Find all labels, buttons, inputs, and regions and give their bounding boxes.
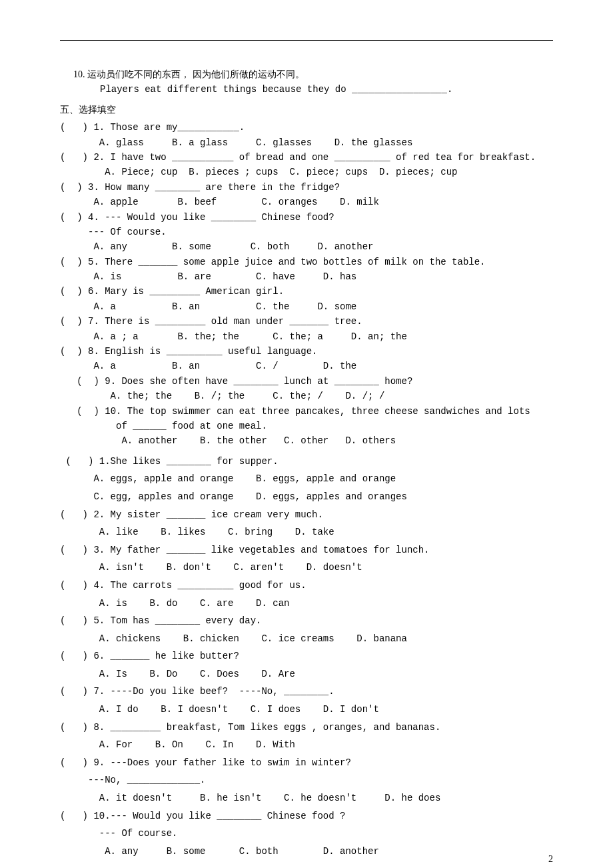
set-a: ( ) 1. Those are my___________. A. glass… [60,120,553,449]
q10-num: 10. [73,69,85,79]
a4-q: ( ) 4. --- Would you like ________ Chine… [60,210,553,225]
a4-opts: A. any B. some C. both D. another [60,239,553,254]
a1-q: ( ) 1. Those are my___________. [60,120,553,135]
b10-q2: --- Of course. [60,825,553,843]
page-number: 2 [548,852,553,867]
section-5-title: 五、选择填空 [60,103,553,117]
a7-opts: A. a ; a B. the; the C. the; a D. an; th… [60,329,553,344]
b8-opts: A. For B. On C. In D. With [60,736,553,754]
b5-q: ( ) 5. Tom has ________ every day. [60,612,553,630]
a8-opts: A. a B. an C. / D. the [60,359,553,373]
q10-en: Players eat different things because the… [73,82,553,97]
a2-opts: A. Piece; cup B. pieces ; cups C. piece;… [60,165,553,179]
a5-q: ( ) 5. There _______ some apple juice an… [60,255,553,269]
b3-opts: A. isn't B. don't C. aren't D. doesn't [60,559,553,577]
b5-opts: A. chickens B. chicken C. ice creams D. … [60,630,553,648]
b1-opts1: A. eggs, apple and orange B. eggs, apple… [60,470,553,488]
b9-q2: ---No, _____________. [60,771,553,789]
a5-opts: A. is B. are C. have D. has [60,269,553,284]
b7-opts: A. I do B. I doesn't C. I does D. I don'… [60,701,553,719]
a9-q: ( ) 9. Does she often have ________ lunc… [60,374,553,389]
a3-q: ( ) 3. How many ________ are there in th… [60,180,553,195]
a3-opts: A. apple B. beef C. oranges D. milk [60,195,553,209]
a10-q2: of ______ food at one meal. [60,419,553,433]
b2-q: ( ) 2. My sister _______ ice cream very … [60,506,553,524]
b6-q: ( ) 6. _______ he like butter? [60,647,553,665]
q10-block: 10. 运动员们吃不同的东西， 因为他们所做的运动不同。 Players eat… [60,67,553,97]
a6-q: ( ) 6. Mary is _________ American girl. [60,284,553,299]
a10-opts: A. another B. the other C. other D. othe… [60,433,553,448]
set-b: ( ) 1.She likes ________ for supper. A. … [60,453,553,861]
b9-q: ( ) 9. ---Does your father like to swim … [60,754,553,772]
top-rule [60,40,553,41]
b7-q: ( ) 7. ----Do you like beef? ----No, ___… [60,683,553,701]
a6-opts: A. a B. an C. the D. some [60,299,553,314]
b10-opts: A. any B. some C. both D. another [60,843,553,861]
b9-opts: A. it doesn't B. he isn't C. he doesn't … [60,789,553,807]
q10-line1: 10. 运动员们吃不同的东西， 因为他们所做的运动不同。 [73,67,553,82]
q10-cn: 运动员们吃不同的东西， 因为他们所做的运动不同。 [87,69,305,79]
b8-q: ( ) 8. _________ breakfast, Tom likes eg… [60,719,553,737]
b10-q: ( ) 10.--- Would you like ________ Chine… [60,807,553,825]
b4-q: ( ) 4. The carrots __________ good for u… [60,577,553,595]
a2-q: ( ) 2. I have two ___________ of bread a… [60,150,553,165]
b1-opts2: C. egg, apples and orange D. eggs, apple… [60,488,553,506]
b4-opts: A. is B. do C. are D. can [60,595,553,613]
b6-opts: A. Is B. Do C. Does D. Are [60,665,553,683]
a10-q: ( ) 10. The top swimmer can eat three pa… [60,404,553,419]
b1-q: ( ) 1.She likes ________ for supper. [60,453,553,471]
a9-opts: A. the; the B. /; the C. the; / D. /; / [60,389,553,403]
b3-q: ( ) 3. My father _______ like vegetables… [60,541,553,559]
b2-opts: A. like B. likes C. bring D. take [60,523,553,541]
a4-q2: --- Of course. [60,225,553,239]
a7-q: ( ) 7. There is _________ old man under … [60,314,553,329]
page-content: 10. 运动员们吃不同的东西， 因为他们所做的运动不同。 Players eat… [0,0,613,868]
a1-opts: A. glass B. a glass C. glasses D. the gl… [60,135,553,150]
a8-q: ( ) 8. English is __________ useful lang… [60,344,553,359]
